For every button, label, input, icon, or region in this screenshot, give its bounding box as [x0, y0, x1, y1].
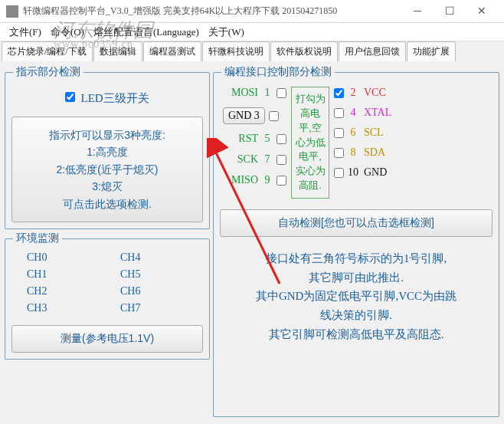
pin-7: 7: [262, 153, 273, 166]
env-ch7: CH7: [120, 302, 188, 314]
info-line: 3:熄灭: [92, 180, 123, 192]
led-checkbox[interactable]: [65, 92, 75, 102]
pin-5: 5: [262, 133, 273, 145]
menu-cmd[interactable]: 命令(O): [46, 24, 89, 41]
menubar: 文件(F) 命令(O) 熔丝配置语言(Language) 关于(W): [0, 23, 504, 41]
pin-8: 8: [348, 146, 358, 159]
maximize-button[interactable]: ☐: [434, 1, 466, 22]
env-ch6: CH6: [120, 285, 188, 297]
menu-about[interactable]: 关于(W): [204, 24, 249, 41]
pin-vcc: VCC: [362, 87, 386, 99]
pin-5-checkbox[interactable]: [277, 134, 286, 144]
pin-9: 9: [262, 174, 273, 186]
window-title: 轩微编程器控制平台_V3.0_增强版 完美支持64K以上大程序下载 201504…: [23, 5, 401, 18]
tab-copyright[interactable]: 软件版权说明: [270, 41, 338, 61]
info-line: 指示灯可以显示3种亮度:: [49, 129, 165, 141]
tab-tech[interactable]: 轩微科技说明: [202, 41, 270, 61]
auto-detect-button[interactable]: 自动检测[您也可以点击选框检测]: [220, 209, 493, 237]
pin-2: 2: [348, 87, 358, 99]
pin-xtal: XTAL: [362, 107, 391, 119]
pin-9-checkbox[interactable]: [277, 176, 286, 186]
close-button[interactable]: ✕: [466, 1, 498, 22]
pin-8-checkbox[interactable]: [334, 148, 344, 158]
pin-miso: MISO: [223, 174, 258, 186]
pin-7-checkbox[interactable]: [277, 155, 286, 165]
pin-gnd-button[interactable]: GND 3: [223, 107, 265, 124]
env-ch1: CH1: [27, 268, 94, 281]
tab-burn[interactable]: 芯片烧录/编程/下载: [2, 41, 93, 61]
pin-4-checkbox[interactable]: [334, 108, 344, 118]
pin-sda: SDA: [362, 146, 385, 159]
pin-6: 6: [348, 127, 358, 139]
info-line: 其它脚可由此推出.: [309, 271, 404, 284]
pin-note: 打勾为高电平,空心为低电平,实心为高阻.: [291, 87, 329, 199]
info-line: 线决策的引脚.: [320, 309, 392, 321]
pin-4: 4: [348, 107, 358, 119]
env-ch0: CH0: [27, 251, 94, 264]
env-group: 环境监测 CH0 CH4 CH1 CH5 CH2 CH6 CH3 CH7 测量(…: [5, 238, 210, 360]
pin-rst: RST: [223, 133, 258, 145]
menu-file[interactable]: 文件(F): [5, 24, 46, 41]
pin-sck: SCK: [223, 153, 258, 166]
info-line: 可点击此选项检测.: [63, 198, 152, 210]
env-legend: 环境监测: [13, 232, 62, 245]
pin-scl: SCL: [362, 127, 384, 139]
indicator-info-button[interactable]: 指示灯可以显示3种亮度: 1:高亮度 2:低亮度(近乎于熄灭) 3:熄灭 可点击…: [11, 117, 203, 222]
pin-gnd-r: GND: [362, 166, 387, 179]
measure-button[interactable]: 测量(参考电压1.1V): [11, 325, 203, 353]
indicator-legend: 指示部分检测: [13, 65, 83, 79]
env-ch3: CH3: [27, 302, 94, 314]
info-line: 接口处有三角符号标示的为1号引脚,: [266, 252, 447, 265]
info-line: 1:高亮度: [87, 146, 128, 158]
info-line: 其它引脚可检测高低电平及高阻态.: [269, 328, 444, 340]
pin-1: 1: [262, 87, 273, 99]
tab-data[interactable]: 数据编辑: [93, 41, 142, 61]
tab-feedback[interactable]: 用户信息回馈: [339, 41, 406, 61]
tabbar: 芯片烧录/编程/下载 数据编辑 编程器测试 轩微科技说明 软件版权说明 用户信息…: [0, 41, 504, 61]
tab-test[interactable]: 编程器测试: [143, 41, 201, 61]
indicator-group: 指示部分检测 LED三级开关 指示灯可以显示3种亮度: 1:高亮度 2:低亮度(…: [5, 72, 210, 229]
info-line: 2:低亮度(近乎于熄灭): [57, 163, 159, 176]
pin-3-checkbox[interactable]: [269, 111, 279, 121]
tab-ext[interactable]: 功能扩展: [407, 41, 456, 61]
pin-2-checkbox[interactable]: [334, 88, 344, 98]
led-label: LED三级开关: [81, 92, 149, 104]
pin-6-checkbox[interactable]: [334, 128, 344, 138]
info-line: 其中GND为固定低电平引脚,VCC为由跳: [256, 290, 457, 302]
port-group: 编程接口控制部分检测 MOSI1 GND 3 RST5 SCK7 MISO9 打…: [213, 72, 499, 417]
minimize-button[interactable]: ─: [401, 1, 434, 22]
pin-10: 10: [348, 166, 358, 179]
menu-lang[interactable]: 熔丝配置语言(Language): [89, 24, 204, 41]
env-ch4: CH4: [120, 251, 188, 264]
pin-mosi: MOSI: [223, 87, 258, 99]
pin-1-checkbox[interactable]: [277, 88, 286, 98]
port-legend: 编程接口控制部分检测: [221, 65, 335, 79]
env-ch5: CH5: [120, 268, 188, 281]
env-ch2: CH2: [27, 285, 94, 297]
titlebar: 轩微编程器控制平台_V3.0_增强版 完美支持64K以上大程序下载 201504…: [0, 0, 504, 23]
pin-10-checkbox[interactable]: [334, 168, 344, 178]
app-icon: [6, 5, 18, 18]
port-info: 接口处有三角符号标示的为1号引脚, 其它脚可由此推出. 其中GND为固定低电平引…: [220, 237, 493, 357]
